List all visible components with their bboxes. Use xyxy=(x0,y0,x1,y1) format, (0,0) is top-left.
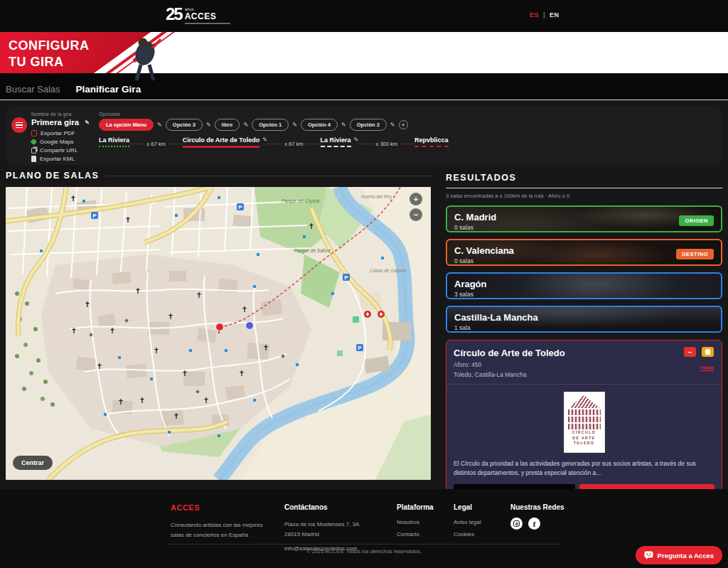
add-option-button[interactable]: + xyxy=(399,120,408,129)
instagram-button[interactable] xyxy=(510,518,523,530)
copy-icon xyxy=(31,148,36,154)
tab-strip: Buscar Salas Planificar Gira xyxy=(0,73,728,100)
footer-address-1: Plaza de los Mostenses 7, 3A xyxy=(284,520,402,530)
footer-platform-title: Plataforma xyxy=(397,503,434,511)
results-title: RESULTADOS xyxy=(446,173,516,183)
route-leg: ± 67 km xyxy=(129,141,183,147)
venue-logo-roof xyxy=(569,395,600,408)
edit-option-icon[interactable]: ✎ xyxy=(206,122,211,128)
bookmark-venue-button[interactable] xyxy=(702,347,714,357)
route-strip: La Riviera ± 67 km Circulo de Arte de To… xyxy=(99,136,376,148)
results-subtitle: 3 salas encontradas a ≤ 100km de la ruta… xyxy=(446,193,722,199)
logo-tagline xyxy=(185,23,230,24)
footer-divider xyxy=(167,544,562,545)
map-title: PLANO DE SALAS xyxy=(6,171,99,181)
venue-location: Toledo, Castilla-La Mancha xyxy=(454,371,714,378)
file-icon xyxy=(31,156,36,162)
footer-copyright: © 2025 ACCES. Todos los derechos reserva… xyxy=(0,548,728,554)
logo-name: ACCES xyxy=(185,12,230,21)
map-zoom-out-button[interactable]: − xyxy=(410,208,422,221)
edit-venue-icon[interactable]: ✎ xyxy=(262,136,267,143)
results-section: RESULTADOS 3 salas encontradas a ≤ 100km… xyxy=(446,171,722,508)
map-section: PLANO DE SALAS xyxy=(6,171,432,480)
footer-link-aviso-legal[interactable]: Aviso legal xyxy=(454,519,481,525)
tour-list-icon[interactable] xyxy=(11,117,27,133)
export-kml-button[interactable]: Exportar KML xyxy=(31,156,99,162)
region-card-madrid[interactable]: C. Madrid 0 salas ORIGEN xyxy=(446,205,722,232)
facebook-icon: f xyxy=(533,520,536,528)
edit-option-icon[interactable]: ✎ xyxy=(157,122,162,128)
venue-info-link[interactable]: +Info xyxy=(700,365,714,371)
page: 25 años ACCES ES | EN CONFIGURA TU GIRA xyxy=(0,0,728,568)
hero-banner: CONFIGURA TU GIRA xyxy=(0,32,728,73)
pdf-icon xyxy=(31,130,37,136)
ask-acces-button[interactable]: Pregunta a Acces xyxy=(636,546,722,564)
google-maps-button[interactable]: Google Maps xyxy=(31,139,99,145)
edit-option-icon[interactable]: ✎ xyxy=(292,122,297,128)
footer-link-contacto[interactable]: Contacto xyxy=(397,531,434,537)
lang-en[interactable]: EN xyxy=(550,11,560,18)
facebook-button[interactable]: f xyxy=(528,518,540,530)
venue-logo: CÍRCULO DE ARTE TOLEDO xyxy=(564,392,605,453)
svg-text:Parque de Safont: Parque de Safont xyxy=(294,248,331,254)
tour-name: Primera gira xyxy=(31,118,79,127)
map-title-rule xyxy=(106,176,432,176)
region-card-valenciana[interactable]: C. Valenciana 0 salas DESTINO xyxy=(446,239,722,266)
map-zoom-in-button[interactable]: + xyxy=(410,193,422,205)
tour-config-panel: Nombre de la gira Primera gira ✎ Exporta… xyxy=(6,107,722,165)
export-pdf-button[interactable]: Exportar PDF xyxy=(31,130,99,136)
footer-contact-title: Contáctanos xyxy=(284,503,402,511)
destination-badge: DESTINO xyxy=(676,249,714,259)
edit-option-icon[interactable]: ✎ xyxy=(390,122,395,128)
language-selector: ES | EN xyxy=(530,11,560,18)
svg-text:P: P xyxy=(344,274,348,281)
edit-tour-name-icon[interactable]: ✎ xyxy=(85,119,90,126)
map-pin-icon xyxy=(31,139,38,146)
svg-text:Casas de Galiana: Casas de Galiana xyxy=(370,268,407,273)
option-pill[interactable]: Opción 2 xyxy=(350,119,387,131)
footer-link-cookies[interactable]: Cookies xyxy=(454,531,481,537)
edit-option-icon[interactable]: ✎ xyxy=(341,122,346,128)
route-venue-destination[interactable]: Repvblicca xyxy=(414,136,449,147)
route-venue-origin[interactable]: La Riviera xyxy=(99,136,129,147)
route-venue[interactable]: La Riviera xyxy=(321,136,351,147)
footer-link-nosotros[interactable]: Nosotros xyxy=(397,519,434,525)
remove-venue-button[interactable]: – xyxy=(684,347,696,357)
svg-text:Huerta del Rey: Huerta del Rey xyxy=(361,194,392,200)
banner-title: CONFIGURA TU GIRA xyxy=(9,38,90,70)
share-url-button[interactable]: Compartir URL xyxy=(31,147,99,154)
lang-es[interactable]: ES xyxy=(530,11,539,18)
option-pill[interactable]: Opción 1 xyxy=(252,119,289,131)
venue-capacity: Aforo: 450 xyxy=(454,361,714,368)
venue-card: Círculo de Arte de Toledo Aforo: 450 Tol… xyxy=(446,340,722,508)
route-leg: ± 300 km xyxy=(358,141,414,147)
venue-description: El Círculo da prioridad a las actividade… xyxy=(454,459,714,478)
option-pill-active[interactable]: La opción Manu xyxy=(99,119,154,131)
svg-text:P: P xyxy=(358,345,362,351)
map-center-button[interactable]: Centrar xyxy=(13,456,53,470)
acces-logo[interactable]: 25 años ACCES xyxy=(166,5,230,24)
footer-address-2: 28015 Madrid xyxy=(284,530,402,540)
option-pill[interactable]: Opción 3 xyxy=(166,119,203,131)
lang-divider: | xyxy=(543,11,545,18)
option-pill[interactable]: libre xyxy=(215,119,240,131)
footer-legal-title: Legal xyxy=(454,503,481,511)
option-pill[interactable]: Opción 4 xyxy=(301,119,338,131)
svg-text:Parque del Crystal: Parque del Crystal xyxy=(282,198,320,204)
venue-marker-blue[interactable] xyxy=(246,322,254,330)
venue-name: Círculo de Arte de Toledo xyxy=(454,348,714,358)
route-venue[interactable]: Circulo de Arte de Toledo xyxy=(183,136,260,148)
route-leg: ± 67 km xyxy=(267,141,321,147)
venue-card-divider xyxy=(446,384,722,385)
edit-option-icon[interactable]: ✎ xyxy=(243,122,248,128)
venue-map[interactable]: P P P P xyxy=(6,187,431,480)
options-label: Opciones xyxy=(99,112,710,117)
region-card-aragon[interactable]: Aragón 3 salas xyxy=(446,272,722,299)
region-card-castilla[interactable]: Castilla-La Mancha 1 sala xyxy=(446,306,722,333)
tab-planificar-gira[interactable]: Planificar Gira xyxy=(76,84,141,95)
venue-marker-red[interactable] xyxy=(216,323,224,331)
edit-venue-icon[interactable]: ✎ xyxy=(354,136,359,143)
guitarist-photo xyxy=(121,32,171,83)
tab-buscar-salas[interactable]: Buscar Salas xyxy=(6,84,60,95)
footer-social-title: Nuestras Redes xyxy=(510,503,564,511)
